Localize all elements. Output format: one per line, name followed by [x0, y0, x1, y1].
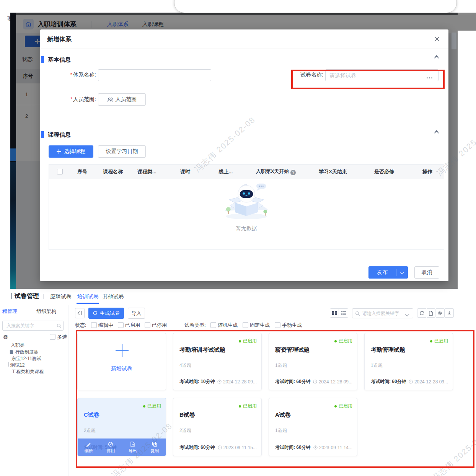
tree-item-indicator	[8, 362, 9, 367]
tree-item[interactable]: 入职类	[11, 342, 24, 349]
course-table-header: 序号 课程名称 课程类... 课时 线上... 入职第X天开始? 学习X天结束 …	[49, 165, 444, 179]
bottom-section-divider	[0, 289, 458, 289]
system-name-input[interactable]	[98, 69, 211, 81]
collapse-course-icon[interactable]	[435, 132, 438, 134]
browser-omnibox[interactable]	[174, 0, 457, 13]
plus-icon	[57, 149, 61, 154]
filter-checkbox[interactable]	[243, 322, 248, 328]
cancel-button[interactable]: 取消	[414, 266, 439, 279]
filter-checkbox[interactable]	[210, 322, 216, 328]
search-icon	[355, 311, 360, 318]
filter-random[interactable]: 随机生成	[218, 322, 238, 329]
left-tab-org[interactable]: 组织架构	[36, 308, 56, 315]
multi-select-label: 多选	[57, 334, 67, 341]
collapse-panel-button[interactable]	[75, 308, 85, 318]
list-view-button[interactable]	[339, 308, 348, 318]
publish-dropdown[interactable]	[396, 272, 408, 274]
collapsed-sidebar[interactable]	[10, 13, 16, 289]
toolbar-icon-group	[417, 308, 454, 318]
list-view-icon	[341, 311, 346, 315]
pm-title-marker	[11, 293, 12, 299]
modal-footer-divider	[40, 263, 448, 263]
section-marker	[41, 56, 44, 63]
people-scope-label: *人员范围:	[40, 96, 96, 103]
filter-checkbox[interactable]	[118, 322, 124, 328]
select-all-checkbox[interactable]	[57, 169, 63, 174]
system-name-label: *体系名称:	[40, 72, 96, 78]
generate-icon	[93, 311, 98, 316]
view-toggle-group	[330, 308, 348, 318]
tree-search-input[interactable]	[2, 321, 64, 331]
gear-icon	[437, 311, 442, 316]
required-mark: *	[70, 96, 72, 102]
modal-header	[40, 29, 448, 49]
filter-fixed[interactable]: 固定生成	[250, 322, 270, 329]
pm-title: 试卷管理	[15, 292, 39, 300]
filter-checkbox[interactable]	[275, 322, 280, 328]
pm-left-panel: 程管理 组织架构 叠 多选 入职类 行政制度类 东宝12-11测试 测试12 工…	[0, 305, 68, 476]
generate-paper-button[interactable]: 生成试卷	[88, 308, 124, 319]
publish-label[interactable]: 发布	[368, 269, 396, 276]
import-button[interactable]: 导入	[128, 308, 145, 319]
left-tab-course-mgmt[interactable]: 程管理	[2, 308, 17, 315]
pm-title-divider	[43, 294, 44, 299]
paper-search-input[interactable]	[352, 308, 413, 318]
section-marker	[41, 131, 44, 138]
download-button[interactable]	[445, 308, 454, 318]
tab-recruit-papers[interactable]: 应聘试卷	[50, 293, 72, 300]
basic-section-title: 基本信息	[48, 56, 71, 64]
tab-training-papers[interactable]: 培训试卷	[77, 293, 99, 300]
tab-other-papers[interactable]: 其他试卷	[103, 293, 124, 300]
course-table: 序号 课程名称 课程类... 课时 线上... 入职第X天开始? 学习X天结束 …	[49, 164, 444, 250]
empty-state: 暂无数据	[49, 180, 444, 232]
people-scope-button[interactable]: 人员范围	[98, 93, 146, 106]
grid-view-icon	[332, 311, 337, 315]
people-scope-button-label: 人员范围	[116, 96, 137, 103]
filter-editing[interactable]: 编辑中	[98, 322, 113, 329]
course-section-title: 课程信息	[48, 131, 71, 139]
fold-label[interactable]: 叠	[3, 334, 8, 341]
modal-title: 新增体系	[47, 36, 72, 44]
add-system-modal: 新增体系 基本信息 *体系名称: 试卷名称: *人员范围:	[40, 29, 448, 281]
collapse-basic-icon[interactable]	[435, 57, 438, 59]
dim-overlay-top	[16, 13, 476, 31]
multi-select-checkbox[interactable]	[50, 334, 55, 340]
page-scrollbar-thumb[interactable]	[452, 33, 456, 49]
close-icon[interactable]	[434, 36, 440, 42]
annotation-box-paper-field	[291, 70, 445, 89]
sidebar-bg-image	[10, 162, 16, 289]
tree-item[interactable]: 行政制度类	[15, 349, 38, 355]
annotation-box-card-grid	[76, 330, 474, 468]
publish-split-button[interactable]: 发布	[368, 266, 408, 279]
filter-disabled[interactable]: 已停用	[152, 322, 167, 329]
people-icon	[107, 97, 113, 102]
screen: 理 入职培训体系 入职体系 入职课程 新 状态: 序号	[0, 0, 476, 476]
download-icon	[447, 311, 452, 316]
file-icon	[9, 349, 13, 356]
filter-manual[interactable]: 手动生成	[282, 322, 302, 329]
filter-enabled[interactable]: 已启用	[125, 322, 140, 329]
set-study-date-button[interactable]: 设置学习日期	[98, 145, 146, 158]
refresh-icon	[419, 311, 424, 316]
settings-button[interactable]	[435, 308, 445, 318]
help-icon[interactable]: ?	[290, 170, 296, 175]
select-course-button[interactable]: 选择课程	[49, 145, 93, 158]
sidebar-active-item[interactable]	[10, 148, 16, 161]
filter-checkbox[interactable]	[145, 322, 150, 328]
tree-item[interactable]: 测试12	[10, 362, 24, 368]
pm-tab-underline	[77, 303, 99, 304]
tree-item[interactable]: 工程类相关课程	[11, 368, 44, 375]
refresh-button[interactable]	[417, 308, 426, 318]
grid-view-button[interactable]	[330, 308, 339, 318]
empty-text: 暂无数据	[49, 225, 444, 232]
tree-item[interactable]: 东宝12-11测试	[11, 355, 41, 362]
search-icon	[57, 323, 62, 330]
document-icon	[429, 311, 433, 316]
required-mark: *	[70, 72, 72, 78]
filter-checkbox[interactable]	[91, 322, 97, 328]
export-page-button[interactable]	[426, 308, 435, 318]
empty-robot-illustration	[222, 180, 271, 221]
type-filter-label: 试卷类型:	[184, 322, 206, 329]
status-filter-label: 状态:	[75, 322, 86, 329]
